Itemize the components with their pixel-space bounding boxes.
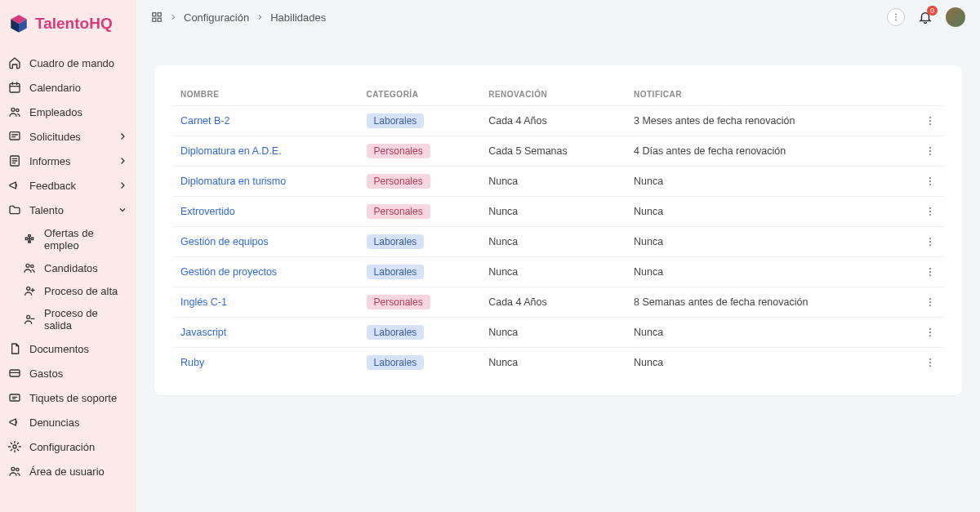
- sidebar-item-informes[interactable]: Informes: [0, 149, 136, 173]
- svg-rect-15: [158, 13, 161, 16]
- more-menu-button[interactable]: [887, 8, 905, 26]
- doc-icon: [8, 342, 21, 355]
- report-icon: [8, 154, 21, 167]
- logo-cube-icon: [8, 13, 29, 34]
- skill-link[interactable]: Javascript: [180, 327, 226, 338]
- row-actions-button[interactable]: [916, 227, 944, 257]
- sidebar-item-label: Tiquets de soporte: [29, 392, 117, 404]
- skills-card: NOMBRE CATEGORÍA RENOVACIÓN NOTIFICAR Ca…: [154, 65, 962, 395]
- notify-cell: Nunca: [626, 257, 916, 287]
- calendar-icon: [8, 81, 21, 94]
- svg-point-13: [16, 468, 19, 470]
- sidebar-item-label: Solicitudes: [29, 131, 81, 143]
- megaphone-icon: [8, 179, 21, 192]
- skill-link[interactable]: Inglés C-1: [180, 296, 227, 308]
- svg-point-12: [11, 467, 15, 470]
- table-row: Javascript Laborales Nunca Nunca: [172, 318, 944, 348]
- sidebar-item-label: Área de usuario: [29, 465, 105, 478]
- sidebar-item-feedback[interactable]: Feedback: [0, 173, 136, 198]
- sidebar-item-label: Empleados: [29, 106, 82, 118]
- category-chip: Laborales: [367, 355, 425, 370]
- notifications-button[interactable]: 0: [918, 10, 933, 24]
- svg-point-33: [929, 238, 931, 239]
- sidebar-item-tiquets-de-soporte[interactable]: Tiquets de soporte: [0, 385, 136, 410]
- row-actions-button[interactable]: [916, 257, 944, 287]
- skill-link[interactable]: Extrovertido: [180, 206, 235, 217]
- skill-link[interactable]: Gestión de equipos: [180, 236, 269, 247]
- sidebar-item-área-de-usuario[interactable]: Área de usuario: [0, 459, 136, 483]
- skill-link[interactable]: Carnet B-2: [180, 115, 229, 127]
- svg-rect-16: [153, 18, 156, 21]
- breadcrumb-config[interactable]: Configuración: [184, 11, 249, 24]
- svg-rect-3: [10, 132, 20, 140]
- sidebar-item-solicitudes[interactable]: Solicitudes: [0, 124, 136, 149]
- sidebar-subitem-proceso-de-alta[interactable]: Proceso de alta: [0, 279, 136, 302]
- svg-point-35: [929, 244, 931, 246]
- table-row: Gestión de equipos Laborales Nunca Nunca: [172, 227, 944, 257]
- sidebar-subitem-ofertas-de-empleo[interactable]: Ofertas de empleo: [0, 222, 136, 256]
- col-notificar: NOTIFICAR: [626, 83, 916, 106]
- nav-main: Cuadro de mando Calendario Empleados Sol…: [0, 51, 136, 222]
- user-plus-icon: [23, 284, 36, 297]
- svg-point-36: [929, 268, 931, 269]
- notify-cell: Nunca: [626, 348, 916, 378]
- chevron-right-icon: [169, 13, 177, 21]
- svg-point-37: [929, 271, 931, 273]
- row-actions-button[interactable]: [916, 348, 944, 378]
- svg-point-39: [929, 298, 931, 300]
- skill-link[interactable]: Diplomatura en turismo: [180, 176, 286, 187]
- card-icon: [8, 367, 21, 380]
- row-actions-button[interactable]: [916, 136, 944, 167]
- sidebar-item-empleados[interactable]: Empleados: [0, 100, 136, 124]
- svg-point-24: [929, 147, 931, 149]
- breadcrumb-habilidades[interactable]: Habilidades: [270, 11, 326, 24]
- renew-cell: Nunca: [480, 167, 626, 197]
- svg-point-41: [929, 305, 931, 306]
- table-row: Carnet B-2 Laborales Cada 4 Años 3 Meses…: [172, 106, 944, 136]
- avatar[interactable]: [946, 7, 965, 27]
- folder-icon: [8, 203, 21, 216]
- svg-point-44: [929, 335, 931, 336]
- row-actions-button[interactable]: [916, 197, 944, 227]
- skill-link[interactable]: Ruby: [180, 357, 204, 368]
- sidebar-item-label: Configuración: [29, 441, 95, 453]
- skill-link[interactable]: Gestión de proyectos: [180, 266, 277, 278]
- sidebar-item-cuadro-de-mando[interactable]: Cuadro de mando: [0, 51, 136, 75]
- chevron-down-icon: [117, 204, 128, 216]
- svg-point-45: [929, 358, 931, 360]
- category-chip: Personales: [367, 295, 430, 309]
- sidebar-item-calendario[interactable]: Calendario: [0, 75, 136, 100]
- inbox-icon: [8, 130, 21, 143]
- svg-rect-0: [10, 83, 20, 92]
- sidebar-item-documentos[interactable]: Documentos: [0, 336, 136, 361]
- notification-badge: 0: [927, 6, 938, 16]
- category-chip: Personales: [367, 144, 430, 158]
- sidebar-item-label: Denuncias: [29, 416, 79, 429]
- grid-icon[interactable]: [151, 11, 163, 23]
- sidebar-item-configuración[interactable]: Configuración: [0, 434, 136, 459]
- row-actions-button[interactable]: [916, 167, 944, 197]
- svg-point-29: [929, 184, 931, 185]
- notify-cell: 8 Semanas antes de fecha renovación: [626, 287, 916, 318]
- row-actions-button[interactable]: [916, 287, 944, 318]
- skill-link[interactable]: Diplomatura en A.D.E.: [180, 145, 282, 157]
- sidebar-subitem-candidatos[interactable]: Candidatos: [0, 256, 136, 279]
- svg-point-5: [26, 264, 29, 267]
- sidebar-subitem-proceso-de-salida[interactable]: Proceso de salida: [0, 302, 136, 336]
- users-icon: [8, 105, 21, 118]
- svg-point-38: [929, 274, 931, 276]
- row-actions-button[interactable]: [916, 106, 944, 136]
- svg-point-40: [929, 301, 931, 303]
- logo[interactable]: TalentoHQ: [0, 8, 136, 51]
- row-actions-button[interactable]: [916, 318, 944, 348]
- sidebar-item-talento[interactable]: Talento: [0, 198, 136, 222]
- logo-text: TalentoHQ: [35, 15, 113, 33]
- svg-point-11: [13, 445, 16, 448]
- svg-point-42: [929, 328, 931, 330]
- sidebar-item-denuncias[interactable]: Denuncias: [0, 410, 136, 434]
- sidebar-item-gastos[interactable]: Gastos: [0, 361, 136, 385]
- table-row: Ruby Laborales Nunca Nunca: [172, 348, 944, 378]
- category-chip: Laborales: [367, 325, 425, 340]
- table-row: Extrovertido Personales Nunca Nunca: [172, 197, 944, 227]
- chevron-right-icon: [117, 155, 128, 167]
